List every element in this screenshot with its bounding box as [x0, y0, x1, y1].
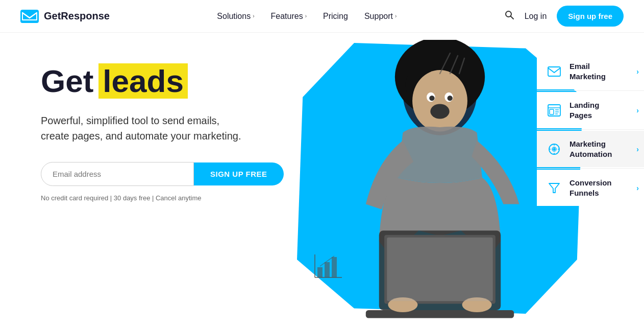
divider-3 [537, 168, 644, 169]
feature-cards-panel: EmailMarketing › LandingPages [537, 53, 644, 206]
marketing-automation-icon [546, 141, 562, 157]
email-marketing-label: EmailMarketing [569, 61, 606, 81]
feature-card-marketing-automation[interactable]: Marketing Automation › [537, 131, 644, 167]
nav-menu: Solutions › Features › Pricing Support › [217, 12, 397, 21]
hero-image-area: EmailMarketing › LandingPages [256, 33, 644, 326]
nav-features[interactable]: Features › [271, 12, 307, 21]
conversion-funnels-label: ConversionFunnels [569, 178, 612, 198]
logo-icon [20, 10, 39, 23]
nav-solutions[interactable]: Solutions › [217, 12, 254, 21]
hero-section: Get leads Powerful, simplified tool to s… [0, 33, 644, 326]
signup-form-button[interactable]: SIGN UP FREE [194, 162, 284, 185]
conversion-funnels-icon [546, 180, 562, 196]
email-input[interactable] [41, 162, 194, 186]
svg-rect-10 [332, 257, 337, 277]
divider-2 [537, 129, 644, 130]
headline-get: Get [41, 64, 93, 98]
svg-rect-0 [20, 10, 39, 23]
marketing-automation-label: Marketing Automation [569, 139, 635, 159]
svg-rect-23 [366, 310, 514, 318]
signup-nav-button[interactable]: Sign up free [557, 6, 624, 27]
hero-disclaimer: No credit card required | 30 days free |… [41, 194, 296, 202]
svg-point-19 [429, 96, 434, 101]
svg-rect-30 [550, 109, 554, 114]
svg-point-20 [448, 96, 453, 101]
svg-rect-27 [548, 67, 560, 76]
search-button[interactable] [504, 10, 514, 22]
marketing-automation-chevron-icon: › [636, 145, 639, 153]
nav-support-label: Support [364, 12, 393, 21]
svg-point-15 [412, 70, 467, 131]
email-marketing-chevron-icon: › [636, 67, 639, 76]
solutions-chevron-icon: › [253, 13, 254, 19]
hero-headline: Get leads [41, 63, 296, 99]
feature-card-email-marketing[interactable]: EmailMarketing › [537, 53, 644, 89]
navbar-actions: Log in Sign up free [504, 6, 624, 27]
hero-subtext: Powerful, simplified tool to send emails… [41, 113, 296, 144]
nav-pricing[interactable]: Pricing [323, 12, 348, 21]
feature-card-landing-pages[interactable]: LandingPages › [537, 92, 644, 128]
svg-line-5 [459, 58, 464, 74]
login-button[interactable]: Log in [525, 12, 547, 21]
search-icon [504, 10, 514, 20]
svg-marker-40 [553, 148, 555, 150]
conversion-funnels-chevron-icon: › [636, 184, 639, 192]
landing-pages-icon [546, 102, 562, 119]
chart-decoration [312, 252, 343, 280]
svg-line-3 [440, 53, 450, 74]
navbar: GetResponse Solutions › Features › Prici… [0, 0, 644, 33]
svg-rect-26 [387, 238, 492, 301]
landing-pages-chevron-icon: › [636, 106, 639, 114]
landing-pages-label: LandingPages [569, 100, 599, 120]
svg-rect-9 [325, 262, 330, 277]
svg-rect-8 [317, 267, 323, 277]
svg-line-2 [510, 16, 513, 19]
svg-line-4 [450, 56, 458, 74]
support-chevron-icon: › [395, 13, 397, 19]
signup-form: SIGN UP FREE [41, 162, 296, 186]
headline-highlight: leads [98, 63, 188, 99]
features-chevron-icon: › [305, 13, 307, 19]
nav-solutions-label: Solutions [217, 12, 251, 21]
email-marketing-icon [546, 63, 562, 80]
logo[interactable]: GetResponse [20, 10, 110, 23]
nav-support[interactable]: Support › [364, 12, 397, 21]
logo-text: GetResponse [44, 10, 110, 22]
nav-features-label: Features [271, 12, 303, 21]
hero-content: Get leads Powerful, simplified tool to s… [0, 33, 296, 326]
divider-1 [537, 90, 644, 91]
svg-point-16 [430, 104, 449, 119]
decorative-lines [430, 48, 470, 79]
feature-card-conversion-funnels[interactable]: ConversionFunnels › [537, 170, 644, 206]
